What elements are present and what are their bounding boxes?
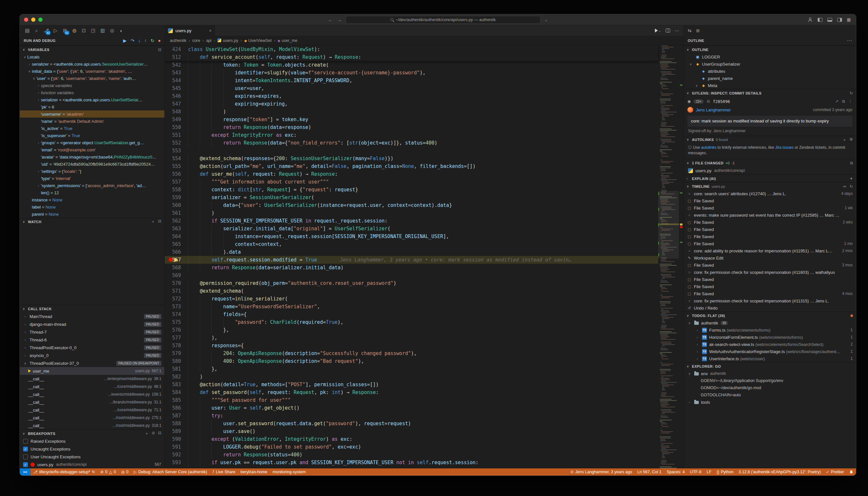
variable-row[interactable]: len() = 12	[20, 189, 165, 196]
go-env-row[interactable]: ∨envauthentik	[684, 370, 856, 377]
live-share-status[interactable]: ⤴Live Share	[210, 468, 238, 476]
todo-file-row[interactable]: ›TSUserInterface.ts (web/src/user)1	[684, 355, 856, 362]
more-actions-icon[interactable]: ⋯	[675, 28, 679, 33]
add-breakpoint-icon[interactable]: ＋	[145, 431, 149, 436]
timeline-item[interactable]: ▢File Saved4 mos	[684, 290, 856, 297]
thread-row[interactable]: ›Thread-7PAUSED	[20, 328, 165, 336]
toggle-panel-icon[interactable]	[827, 18, 832, 22]
todo-file-row[interactable]: ›TSHorizontalFormElement.ts (web/src/ele…	[684, 334, 856, 341]
gear-icon[interactable]: ⚙	[850, 137, 853, 143]
open-all-changes-icon[interactable]: ⧉	[850, 161, 853, 165]
variable-row[interactable]: ›function variables	[20, 89, 165, 96]
timeline-item[interactable]: ▢File Saved2 wks	[684, 219, 856, 226]
code-line-563[interactable]: 563serializer.initial_data["original"] =…	[165, 225, 658, 233]
variable-row[interactable]: 'type' = 'internal'	[20, 175, 165, 182]
code-line-582[interactable]: 582)	[165, 373, 658, 381]
checkbox[interactable]	[23, 439, 28, 444]
changed-file-row[interactable]: users.py authentik/core/api	[684, 167, 856, 174]
minimap[interactable]	[658, 45, 679, 468]
explorer-go-section-header[interactable]: ∨EXPLORER: GO	[684, 362, 856, 370]
code-line-578[interactable]: 578responses={	[165, 342, 658, 350]
thread-row[interactable]: ›asyncio_0PAUSED	[20, 352, 165, 359]
live-share-icon[interactable]: ◎	[108, 26, 116, 35]
code-line-559[interactable]: 559serializer = SessionUserSerializer(	[165, 193, 658, 201]
copy-icon[interactable]: ⧉	[842, 99, 845, 104]
timeline-item[interactable]: ▢File Saved3 mos	[684, 262, 856, 269]
timeline-item[interactable]: ○core: add ability to provide reason for…	[684, 247, 856, 254]
branch-status[interactable]: ⎇lifecycle/fix-debugger-setup*↻	[31, 468, 98, 476]
variable-row[interactable]: 'email' = 'root@example.com'	[20, 146, 165, 153]
code-line-544[interactable]: 544intent=TokenIntents.INTENT_APP_PASSWO…	[165, 77, 658, 84]
timeline-item[interactable]: ▢File Saved1 wk	[684, 204, 856, 212]
problems-status[interactable]: ⊘0△0	[98, 468, 119, 476]
thread-row[interactable]: ∨ThreadPoolExecutor-37_0PAUSED ON BREAKP…	[20, 359, 165, 367]
breakpoint-row[interactable]: User Uncaught Exceptions	[20, 453, 165, 461]
timeline-item[interactable]: ○core: fix permission check for scoped i…	[684, 297, 856, 304]
todo-file-row[interactable]: ›TSWebAuthnAuthenticatorRegisterStage.ts…	[684, 348, 856, 355]
code-line-573[interactable]: 573name="UserPasswordSetSerializer",	[165, 303, 658, 311]
checkbox[interactable]: ✓	[23, 462, 28, 467]
code-line-570[interactable]: 570@permission_required(obj_perm="authen…	[165, 279, 658, 287]
breadcrumb-item[interactable]: authentik	[170, 38, 186, 43]
thread-row[interactable]: ›ThreadPoolExecutor-0_0PAUSED	[20, 344, 165, 352]
toggle-secondary-sidebar-icon[interactable]	[837, 18, 842, 22]
stack-frame-row[interactable]: __call__.../brands/middleware.py31:1	[20, 398, 165, 406]
variable-row[interactable]: parent = None	[20, 211, 165, 218]
call-stack-section-header[interactable]: ∨CALL STACK	[20, 305, 165, 312]
code-line-548[interactable]: 548)	[165, 108, 658, 115]
todo-root-row[interactable]: ∨authentik39	[684, 319, 856, 326]
timeline-item[interactable]: ↺Undo / Redo	[684, 304, 856, 311]
code-line-545[interactable]: 545user=user,	[165, 84, 658, 92]
code-line-555[interactable]: 555@action(url_path="me", url_name="me",…	[165, 162, 658, 170]
variable-row[interactable]: 'is_superuser' = True	[20, 132, 165, 139]
code-line-579[interactable]: 579204: OpenApiResponse(description="Suc…	[165, 350, 658, 357]
code-line-512[interactable]: 512def service_account(self, request: Re…	[165, 53, 658, 61]
go-env-var-row[interactable]: GOTOOLCHAIN=auto	[684, 391, 856, 399]
eol-status[interactable]: LF	[704, 468, 714, 476]
debug-stop-icon[interactable]: ■	[158, 38, 160, 43]
debug-restart-icon[interactable]: ↻	[151, 38, 155, 43]
code-line-553[interactable]: 553	[165, 147, 658, 155]
variable-row[interactable]: ∨Locals	[20, 53, 165, 60]
code-line-566[interactable]: 566).data	[165, 248, 658, 256]
code-line-583[interactable]: 583@action(detail=True, methods=["POST"]…	[165, 381, 658, 388]
breakpoint-row[interactable]: Raised Exceptions	[20, 437, 165, 445]
todo-file-row[interactable]: ›TSForms.ts (web/src/elements/forms)1	[684, 326, 856, 334]
jira-issues-link[interactable]: Jira issues	[775, 145, 794, 150]
breakpoint-row[interactable]: ✓Uncaught Exceptions	[20, 445, 165, 453]
database-icon[interactable]: ▥	[98, 26, 107, 35]
blame-status[interactable]: ⊙Jens Langhammer, 3 years ago	[568, 468, 635, 476]
checkbox[interactable]: ✓	[23, 447, 28, 451]
thread-row[interactable]: ›Thread-6PAUSED	[20, 336, 165, 344]
gitlens-icon[interactable]: ◐	[117, 26, 126, 35]
panel-layout-icon[interactable]: ⊞	[696, 28, 700, 33]
thread-row[interactable]: ›django-main-threadPAUSED	[20, 320, 165, 328]
code-line-549[interactable]: 549response["token"] = token.key	[165, 115, 658, 123]
outline-item[interactable]: ∨◆Meta	[684, 82, 856, 89]
variable-row[interactable]: ∨'user' = {'pk': 6, 'username': 'akadmin…	[20, 75, 165, 82]
timeline-item[interactable]: ▢File Saved	[684, 233, 856, 240]
outline-item[interactable]: ∨◆UserGroupSerializer	[684, 60, 856, 67]
open-commit-icon[interactable]: ↗	[835, 99, 838, 104]
timeline-item[interactable]: ▢File Saved	[684, 283, 856, 290]
add-watch-icon[interactable]: ＋	[151, 219, 155, 224]
add-autolink-icon[interactable]: ＋	[842, 137, 846, 143]
code-editor[interactable]: 542token: Token = Token.objects.create(5…	[165, 45, 683, 468]
todo-file-row[interactable]: ›TSak-search-select-view.ts (web/src/ele…	[684, 341, 856, 348]
variable-row[interactable]: instance = None	[20, 196, 165, 203]
collapse-all-icon[interactable]: ⊟	[158, 431, 161, 436]
command-center[interactable]: ~/dev/authentik/authentik/core/api/users…	[346, 16, 541, 24]
breadcrumb-item[interactable]: ◈user_me	[277, 38, 297, 43]
more-actions-icon[interactable]: ⋯	[847, 37, 852, 44]
timeline-item[interactable]: ▢File Saved	[684, 276, 856, 283]
variable-row[interactable]: 'avatar' = 'data:image/svg+xml;base64,PH…	[20, 153, 165, 160]
formatter-status[interactable]: ✓Prettier	[823, 468, 847, 476]
variable-row[interactable]: ›'system_permissions' = ['access_admin_i…	[20, 182, 165, 189]
code-line-567[interactable]: 567self.request.session.modified = TrueJ…	[165, 256, 658, 264]
timeline-section-header[interactable]: ∨TIMELINE users.py ≔↻	[684, 182, 856, 190]
workspace-status[interactable]: monitoring-system	[270, 468, 308, 476]
debug-step-into-icon[interactable]: ↓	[138, 38, 141, 43]
code-line-576[interactable]: 576},	[165, 326, 658, 334]
outline-item[interactable]: ▣LOGGER	[684, 53, 856, 60]
code-line-542[interactable]: 542token: Token = Token.objects.create(	[165, 61, 658, 69]
